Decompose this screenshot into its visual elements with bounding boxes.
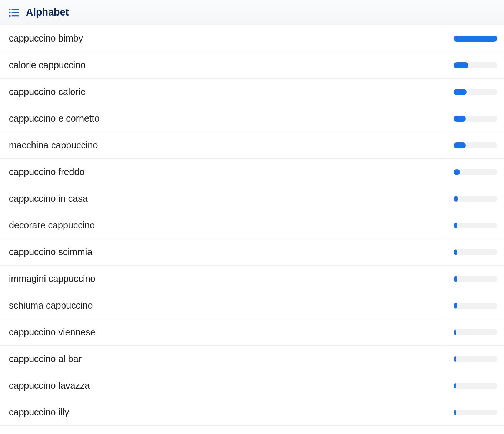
svg-rect-5 <box>12 15 19 16</box>
svg-rect-4 <box>9 15 10 16</box>
keyword-label: decorare cappuccino <box>0 212 447 239</box>
bar-cell <box>447 399 504 425</box>
bar-fill <box>454 169 460 175</box>
svg-rect-3 <box>12 12 19 13</box>
bar-cell <box>447 372 504 399</box>
bar-fill <box>454 276 457 282</box>
bar-fill <box>454 142 466 148</box>
bar-fill <box>454 89 467 95</box>
header: Alphabet <box>0 0 504 25</box>
bar-fill <box>454 62 468 68</box>
table-row[interactable]: cappuccino scimmia <box>0 239 504 266</box>
keyword-label: calorie cappuccino <box>0 52 447 78</box>
bar-track <box>454 383 497 389</box>
bar-track <box>454 249 497 255</box>
bar-cell <box>447 25 504 52</box>
bar-cell <box>447 52 504 78</box>
bar-track <box>454 410 497 415</box>
bar-fill <box>454 303 457 309</box>
bar-cell <box>447 292 504 319</box>
keyword-label: cappuccino viennese <box>0 319 447 345</box>
bar-fill <box>454 116 466 122</box>
keyword-label: cappuccino in casa <box>0 185 447 212</box>
page-title: Alphabet <box>26 7 69 18</box>
bar-track <box>454 356 497 362</box>
bar-cell <box>447 185 504 212</box>
bar-fill <box>454 196 458 202</box>
bar-fill <box>454 249 457 255</box>
bar-cell <box>447 132 504 158</box>
table-row[interactable]: macchina cappuccino <box>0 132 504 159</box>
bar-cell <box>447 239 504 265</box>
bar-track <box>454 142 497 148</box>
svg-rect-1 <box>12 9 19 10</box>
keyword-label: cappuccino al bar <box>0 346 447 372</box>
bar-fill <box>454 356 456 362</box>
list-icon <box>9 9 19 17</box>
bar-cell <box>447 105 504 132</box>
bar-cell <box>447 266 504 292</box>
bar-track <box>454 116 497 122</box>
bar-track <box>454 89 497 95</box>
bar-track <box>454 303 497 309</box>
bar-track <box>454 223 497 228</box>
table-row[interactable]: cappuccino al bar <box>0 346 504 372</box>
keyword-label: macchina cappuccino <box>0 132 447 158</box>
bar-track <box>454 329 497 335</box>
table-row[interactable]: schiuma cappuccino <box>0 292 504 319</box>
bar-fill <box>454 223 457 228</box>
bar-track <box>454 169 497 175</box>
table-row[interactable]: cappuccino e cornetto <box>0 105 504 132</box>
bar-fill <box>454 410 456 415</box>
bar-fill <box>454 36 497 42</box>
bar-cell <box>447 79 504 105</box>
keyword-label: cappuccino calorie <box>0 79 447 105</box>
bar-track <box>454 62 497 68</box>
bar-cell <box>447 319 504 345</box>
table-row[interactable]: decorare cappuccino <box>0 212 504 239</box>
svg-rect-2 <box>9 11 10 13</box>
bar-track <box>454 276 497 282</box>
table-row[interactable]: cappuccino illy <box>0 399 504 426</box>
bar-track <box>454 196 497 202</box>
table-row[interactable]: cappuccino viennese <box>0 319 504 346</box>
svg-rect-0 <box>9 9 10 10</box>
table-row[interactable]: cappuccino lavazza <box>0 372 504 399</box>
keyword-label: immagini cappuccino <box>0 266 447 292</box>
keyword-list: cappuccino bimbycalorie cappuccinocappuc… <box>0 25 504 426</box>
keyword-label: cappuccino scimmia <box>0 239 447 265</box>
table-row[interactable]: cappuccino in casa <box>0 185 504 212</box>
bar-track <box>454 36 497 42</box>
bar-cell <box>447 212 504 239</box>
table-row[interactable]: cappuccino freddo <box>0 159 504 185</box>
bar-fill <box>454 329 456 335</box>
keyword-label: cappuccino bimby <box>0 25 447 52</box>
table-row[interactable]: calorie cappuccino <box>0 52 504 79</box>
table-row[interactable]: immagini cappuccino <box>0 266 504 292</box>
keyword-label: cappuccino lavazza <box>0 372 447 399</box>
keyword-label: schiuma cappuccino <box>0 292 447 319</box>
keyword-label: cappuccino freddo <box>0 159 447 185</box>
bar-cell <box>447 159 504 185</box>
table-row[interactable]: cappuccino calorie <box>0 79 504 105</box>
keyword-label: cappuccino illy <box>0 399 447 425</box>
keyword-label: cappuccino e cornetto <box>0 105 447 132</box>
bar-cell <box>447 346 504 372</box>
table-row[interactable]: cappuccino bimby <box>0 25 504 52</box>
bar-fill <box>454 383 456 389</box>
